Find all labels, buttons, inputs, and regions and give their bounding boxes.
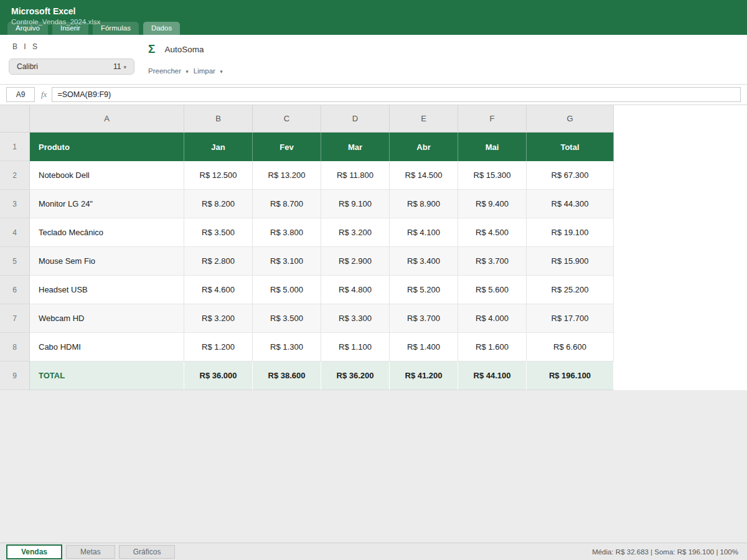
ribbon-tab-inserir[interactable]: Inserir [52, 22, 88, 35]
ribbon-tab-formulas[interactable]: Fórmulas [93, 22, 139, 35]
cell-b7[interactable]: R$ 3.200 [184, 304, 253, 333]
cell-a7[interactable]: Webcam HD [30, 304, 184, 333]
cell-f6[interactable]: R$ 5.600 [458, 276, 527, 304]
cell-d8[interactable]: R$ 1.100 [321, 333, 390, 362]
autosum-button[interactable]: Σ AutoSoma [148, 42, 204, 56]
row-header-3[interactable]: 3 [0, 190, 30, 218]
cell-e5[interactable]: R$ 3.400 [390, 247, 458, 276]
row-header-5[interactable]: 5 [0, 247, 30, 276]
sheet-tab-graficos[interactable]: Gráficos [119, 545, 176, 559]
cell-b8[interactable]: R$ 1.200 [184, 333, 253, 362]
cell-d4[interactable]: R$ 3.200 [321, 218, 390, 247]
cell-f9[interactable]: R$ 44.100 [458, 362, 527, 390]
cell-a3[interactable]: Monitor LG 24" [30, 190, 184, 218]
select-all-corner[interactable] [0, 105, 30, 133]
cell-g3[interactable]: R$ 44.300 [527, 190, 614, 218]
fill-dropdown[interactable]: Preencher ▾ [148, 67, 189, 75]
cell-g9[interactable]: R$ 196.100 [527, 362, 614, 390]
cell-a6[interactable]: Headset USB [30, 276, 184, 304]
cell-c5[interactable]: R$ 3.100 [253, 247, 321, 276]
cell-b4[interactable]: R$ 3.500 [184, 218, 253, 247]
empty-canvas [0, 390, 747, 543]
cell-b2[interactable]: R$ 12.500 [184, 161, 253, 190]
cell-c6[interactable]: R$ 5.000 [253, 276, 321, 304]
row-header-7[interactable]: 7 [0, 304, 30, 333]
cell-e1[interactable]: Abr [390, 133, 458, 161]
ribbon-tab-arquivo[interactable]: Arquivo [7, 22, 48, 35]
row-header-9[interactable]: 9 [0, 362, 30, 390]
cell-d5[interactable]: R$ 2.900 [321, 247, 390, 276]
underline-button[interactable]: S [32, 42, 37, 51]
row-header-8[interactable]: 8 [0, 333, 30, 362]
cell-b5[interactable]: R$ 2.800 [184, 247, 253, 276]
cell-f5[interactable]: R$ 3.700 [458, 247, 527, 276]
cell-g5[interactable]: R$ 15.900 [527, 247, 614, 276]
clear-dropdown[interactable]: Limpar ▾ [194, 67, 223, 75]
cell-d9[interactable]: R$ 36.200 [321, 362, 390, 390]
cell-a5[interactable]: Mouse Sem Fio [30, 247, 184, 276]
sheet-tab-vendas[interactable]: Vendas [6, 544, 62, 559]
cell-a9[interactable]: TOTAL [30, 362, 184, 390]
cell-a8[interactable]: Cabo HDMI [30, 333, 184, 362]
row-header-4[interactable]: 4 [0, 218, 30, 247]
cell-g7[interactable]: R$ 17.700 [527, 304, 614, 333]
cell-c3[interactable]: R$ 8.700 [253, 190, 321, 218]
cell-a4[interactable]: Teclado Mecânico [30, 218, 184, 247]
column-header-f[interactable]: F [458, 105, 527, 133]
cell-e6[interactable]: R$ 5.200 [390, 276, 458, 304]
cell-f7[interactable]: R$ 4.000 [458, 304, 527, 333]
cell-f2[interactable]: R$ 15.300 [458, 161, 527, 190]
column-header-e[interactable]: E [390, 105, 458, 133]
column-header-c[interactable]: C [253, 105, 321, 133]
cell-b3[interactable]: R$ 8.200 [184, 190, 253, 218]
cell-g4[interactable]: R$ 19.100 [527, 218, 614, 247]
cell-d2[interactable]: R$ 11.800 [321, 161, 390, 190]
column-header-g[interactable]: G [527, 105, 614, 133]
cell-e2[interactable]: R$ 14.500 [390, 161, 458, 190]
row-header-2[interactable]: 2 [0, 161, 30, 190]
cell-a2[interactable]: Notebook Dell [30, 161, 184, 190]
cell-c1[interactable]: Fev [253, 133, 321, 161]
formula-input[interactable] [52, 87, 741, 102]
cell-c4[interactable]: R$ 3.800 [253, 218, 321, 247]
cell-c7[interactable]: R$ 3.500 [253, 304, 321, 333]
cell-c9[interactable]: R$ 38.600 [253, 362, 321, 390]
cell-d3[interactable]: R$ 9.100 [321, 190, 390, 218]
sheet-tab-metas[interactable]: Metas [66, 545, 115, 559]
cell-b6[interactable]: R$ 4.600 [184, 276, 253, 304]
cell-f1[interactable]: Mai [458, 133, 527, 161]
cell-e9[interactable]: R$ 41.200 [390, 362, 458, 390]
cell-d7[interactable]: R$ 3.300 [321, 304, 390, 333]
cell-g8[interactable]: R$ 6.600 [527, 333, 614, 362]
cell-d1[interactable]: Mar [321, 133, 390, 161]
row-header-1[interactable]: 1 [0, 133, 30, 161]
cell-g2[interactable]: R$ 67.300 [527, 161, 614, 190]
cell-f8[interactable]: R$ 1.600 [458, 333, 527, 362]
sheet-tabs: Vendas Metas Gráficos [6, 544, 175, 559]
cell-f3[interactable]: R$ 9.400 [458, 190, 527, 218]
font-selector[interactable]: Calibri 11▾ [9, 58, 134, 75]
column-header-b[interactable]: B [184, 105, 253, 133]
cell-b1[interactable]: Jan [184, 133, 253, 161]
column-header-a[interactable]: A [30, 105, 184, 133]
cell-f4[interactable]: R$ 4.500 [458, 218, 527, 247]
cell-e4[interactable]: R$ 4.100 [390, 218, 458, 247]
bold-button[interactable]: B [12, 42, 17, 51]
font-size-dropdown[interactable]: 11▾ [113, 62, 126, 71]
cell-c2[interactable]: R$ 13.200 [253, 161, 321, 190]
column-header-d[interactable]: D [321, 105, 390, 133]
spreadsheet: ABCDEFG 1ProdutoJanFevMarAbrMaiTotal2Not… [0, 105, 747, 390]
cell-e8[interactable]: R$ 1.400 [390, 333, 458, 362]
cell-b9[interactable]: R$ 36.000 [184, 362, 253, 390]
row-header-6[interactable]: 6 [0, 276, 30, 304]
cell-e3[interactable]: R$ 8.900 [390, 190, 458, 218]
cell-reference-box[interactable]: A9 [6, 87, 35, 102]
cell-d6[interactable]: R$ 4.800 [321, 276, 390, 304]
cell-g1[interactable]: Total [527, 133, 614, 161]
cell-e7[interactable]: R$ 3.700 [390, 304, 458, 333]
cell-c8[interactable]: R$ 1.300 [253, 333, 321, 362]
ribbon-tab-dados[interactable]: Dados [143, 22, 180, 35]
cell-a1[interactable]: Produto [30, 133, 184, 161]
cell-g6[interactable]: R$ 25.200 [527, 276, 614, 304]
italic-button[interactable]: I [24, 42, 26, 51]
